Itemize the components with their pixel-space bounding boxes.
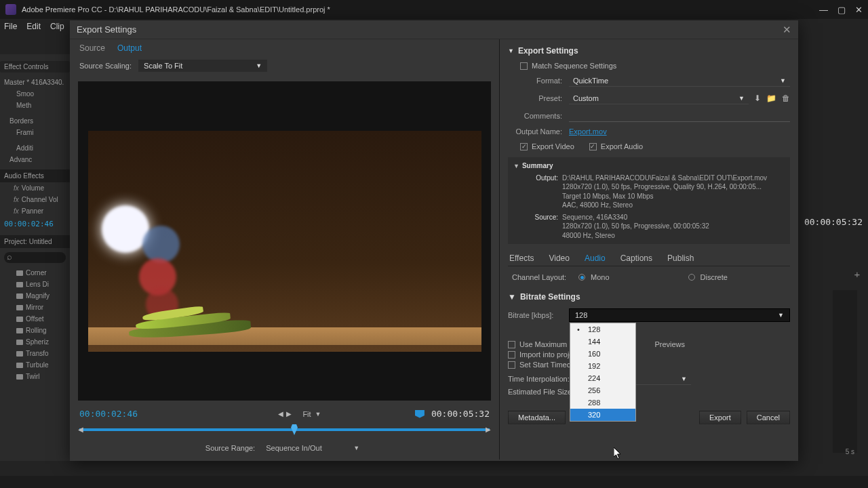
list-item: Lens Di: [0, 279, 70, 290]
step-forward-icon[interactable]: ▶: [286, 410, 292, 418]
bitrate-dropdown-list: 128 144 160 192 224 256 288 320: [570, 323, 636, 422]
bitrate-option[interactable]: 320: [570, 409, 635, 421]
minimize-icon[interactable]: —: [819, 5, 828, 15]
bitrate-option[interactable]: 192: [570, 360, 635, 372]
timeline-scale: 5 s: [846, 448, 854, 455]
preview-viewport[interactable]: [78, 81, 491, 401]
bitrate-option[interactable]: 128: [570, 323, 635, 336]
bitrate-option[interactable]: 256: [570, 384, 635, 396]
source-range-dropdown[interactable]: Sequence In/Out▼: [262, 443, 363, 453]
effect-controls-tab[interactable]: Effect Controls: [0, 61, 70, 73]
preset-label: Preset:: [508, 94, 569, 102]
list-item: Turbule: [0, 359, 70, 371]
set-start-tc-checkbox[interactable]: [508, 361, 515, 369]
add-icon[interactable]: +: [852, 268, 863, 279]
tab-video[interactable]: Video: [549, 253, 569, 263]
metadata-button[interactable]: Metadata...: [508, 411, 566, 424]
cancel-button[interactable]: Cancel: [747, 411, 790, 424]
list-item: Transfo: [0, 348, 70, 359]
format-label: Format:: [508, 77, 569, 85]
bitrate-option[interactable]: 144: [570, 336, 635, 348]
menu-file[interactable]: File: [4, 22, 17, 31]
preview-timecode-in[interactable]: 00:00:02:46: [79, 409, 138, 419]
export-video-checkbox[interactable]: ✓: [520, 143, 528, 150]
zoom-fit-dropdown[interactable]: Fit▼: [298, 409, 325, 419]
app-title: Adobe Premiere Pro CC - D:\RAHUL PARIHAR…: [22, 5, 819, 14]
export-settings-header[interactable]: ▼Export Settings: [508, 46, 790, 56]
save-preset-icon[interactable]: ⬇: [754, 94, 761, 103]
menu-clip[interactable]: Clip: [50, 22, 64, 31]
export-button[interactable]: Export: [699, 411, 741, 424]
taskbar: [0, 476, 868, 488]
delete-preset-icon[interactable]: 🗑: [782, 94, 790, 103]
master-clip-label: Master * 416A3340.: [0, 77, 70, 88]
menu-edit[interactable]: Edit: [26, 22, 41, 31]
channel-mono-radio[interactable]: [578, 274, 585, 281]
tab-output[interactable]: Output: [117, 43, 142, 53]
list-item: Twirl: [0, 371, 70, 382]
comments-input[interactable]: [569, 110, 790, 122]
bitrate-label: Bitrate [kbps]:: [508, 311, 569, 319]
import-preset-icon[interactable]: 📁: [766, 94, 776, 103]
source-scaling-label: Source Scaling:: [79, 62, 132, 70]
channel-layout-label: Channel Layout:: [512, 273, 573, 281]
source-scaling-dropdown[interactable]: Scale To Fit▼: [138, 60, 267, 72]
import-project-checkbox[interactable]: [508, 351, 515, 359]
list-item: Mirror: [0, 302, 70, 313]
export-settings-dialog: Export Settings ✕ Source Output Source S…: [70, 20, 798, 461]
effect-controls-panel: Effect Controls Master * 416A3340. Smoo …: [0, 54, 70, 461]
list-item: Offset: [0, 313, 70, 325]
bitrate-option[interactable]: 224: [570, 372, 635, 384]
comments-label: Comments:: [508, 112, 569, 120]
audio-effects-header: Audio Effects: [0, 169, 70, 182]
panel-timecode[interactable]: 00:00:02:46: [0, 217, 70, 231]
preview-image: [88, 131, 481, 352]
list-item: Magnify: [0, 290, 70, 302]
bitrate-option[interactable]: 160: [570, 348, 635, 360]
tab-source[interactable]: Source: [79, 43, 105, 53]
step-back-icon[interactable]: ◀: [278, 410, 283, 418]
tab-audio[interactable]: Audio: [585, 253, 606, 263]
tab-captions[interactable]: Captions: [620, 253, 652, 263]
format-dropdown[interactable]: QuickTime▼: [569, 75, 790, 87]
app-logo: [5, 4, 16, 15]
program-timecode: 00:00:05:32: [804, 217, 863, 227]
summary-section: ▼Summary Output:D:\RAHUL PARIHARACODU\Fa…: [508, 157, 790, 244]
match-sequence-checkbox[interactable]: [520, 62, 528, 70]
maximize-icon[interactable]: ▢: [837, 5, 846, 15]
project-search: [0, 248, 70, 267]
preset-dropdown[interactable]: Custom▼: [569, 92, 749, 104]
preview-timecode-out: 00:00:05:32: [431, 409, 490, 419]
bitrate-settings-header[interactable]: ▼Bitrate Settings: [508, 292, 790, 302]
bitrate-option[interactable]: 288: [570, 396, 635, 409]
playhead-icon[interactable]: [291, 424, 298, 435]
marker-icon[interactable]: [415, 410, 425, 418]
project-panel-header[interactable]: Project: Untitled: [0, 235, 70, 248]
dialog-close-icon[interactable]: ✕: [783, 24, 791, 36]
use-max-render-checkbox[interactable]: [508, 341, 515, 348]
list-item: Corner: [0, 267, 70, 279]
dialog-title: Export Settings: [77, 24, 136, 35]
bitrate-dropdown[interactable]: 128▼ 128 144 160 192 224 256 288 320: [569, 308, 790, 322]
tab-publish[interactable]: Publish: [667, 253, 694, 263]
source-range-label: Source Range:: [205, 444, 255, 452]
audio-meter: [833, 290, 857, 453]
list-item: Spheriz: [0, 336, 70, 348]
close-icon[interactable]: ✕: [855, 5, 863, 15]
tab-effects[interactable]: Effects: [509, 253, 534, 263]
preview-scrubber[interactable]: ◀ ▶: [79, 423, 490, 436]
output-name-link[interactable]: Export.mov: [569, 127, 607, 136]
list-item: Rolling: [0, 325, 70, 336]
channel-discrete-radio[interactable]: [688, 274, 695, 281]
export-audio-checkbox[interactable]: ✓: [589, 143, 597, 150]
output-name-label: Output Name:: [508, 127, 569, 136]
